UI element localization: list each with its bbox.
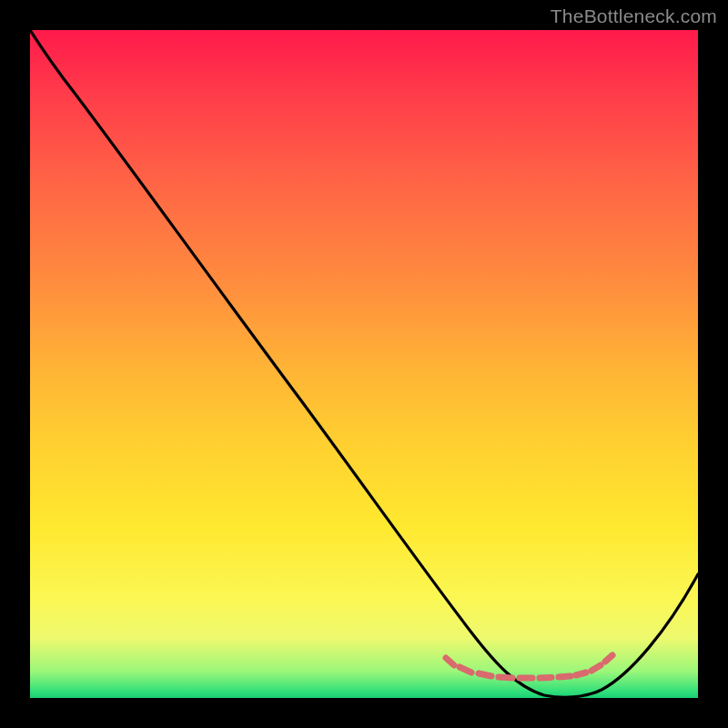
optimal-zone-dashes <box>446 655 612 678</box>
svg-line-5 <box>540 678 551 679</box>
chart-frame: TheBottleneck.com <box>0 0 728 728</box>
svg-line-2 <box>479 673 491 676</box>
plot-area <box>30 30 698 698</box>
watermark-text: TheBottleneck.com <box>551 5 717 27</box>
bottleneck-curve <box>30 30 698 697</box>
svg-line-1 <box>460 667 471 672</box>
svg-line-8 <box>592 665 601 671</box>
svg-line-7 <box>576 672 586 675</box>
chart-svg <box>30 30 698 698</box>
svg-line-6 <box>559 676 571 677</box>
svg-line-3 <box>499 677 512 678</box>
svg-line-9 <box>605 655 612 662</box>
svg-line-0 <box>446 658 454 665</box>
